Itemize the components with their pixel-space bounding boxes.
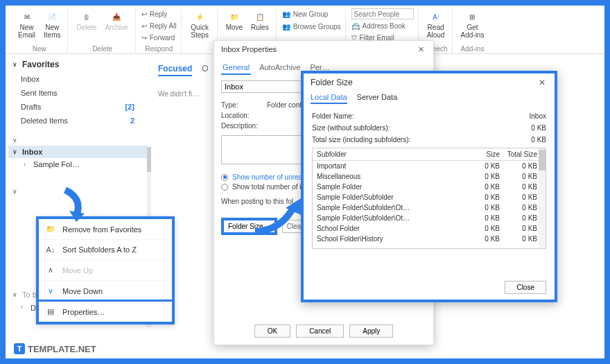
row-total: 0 KB (500, 204, 541, 211)
chevron-right-icon: › (21, 304, 28, 312)
totalsize-value: 0 KB (531, 136, 546, 144)
folder-size-footer: Close (505, 281, 546, 294)
ribbon-group-delete: 🗑 Delete 📥 Archive Delete (69, 8, 135, 53)
table-row[interactable]: School Folder\History0 KB0 KB (313, 234, 546, 244)
table-row[interactable]: Sample Folder0 KB0 KB (313, 182, 546, 192)
move-button[interactable]: 📁Move (223, 8, 245, 33)
new-email-button[interactable]: ✉ New Email (15, 8, 38, 40)
archive-button[interactable]: 📥 Archive (102, 8, 130, 33)
ctx-remove-favorites[interactable]: 📁Remove from Favorites (39, 219, 172, 240)
description-label: Description: (221, 122, 263, 130)
scrollbar-thumb[interactable] (539, 150, 546, 171)
folder-icon: 📁 (46, 225, 55, 234)
table-scrollbar[interactable] (539, 148, 546, 248)
group-new-label: New (33, 44, 46, 53)
rules-icon: 📋 (253, 10, 267, 24)
radio-total-label: Show total number of it… (232, 183, 310, 191)
read-aloud-button[interactable]: A⁾ Read Aloud (424, 8, 448, 40)
folder-size-title: Folder Size (311, 78, 353, 87)
row-total: 0 KB (500, 173, 541, 180)
address-book-label: Address Book (363, 22, 406, 30)
new-group-button[interactable]: 👥New Group (282, 8, 341, 19)
ctx-move-down[interactable]: ∨Move Down (39, 281, 172, 302)
tree-sample-folder[interactable]: ›Sample Fol… (8, 158, 147, 171)
reply-label: Reply (150, 10, 168, 18)
ctx-properties[interactable]: ▤Properties… (37, 300, 174, 324)
context-menu: 📁Remove from Favorites A↓Sort Subfolders… (36, 216, 175, 324)
delete-button[interactable]: 🗑 Delete (73, 8, 99, 33)
chevron-up-icon: ∧ (46, 266, 55, 275)
chevron-down-icon: ∨ (12, 291, 19, 298)
favorite-item[interactable]: Inbox (8, 72, 147, 86)
scrollbar-thumb[interactable] (147, 147, 151, 172)
sample-label: Sample Fol… (33, 160, 80, 168)
chevron-down-icon: ∨ (12, 148, 19, 155)
chevron-down-icon: ∨ (46, 286, 55, 295)
apply-button[interactable]: Apply (349, 324, 393, 338)
tab-local-data[interactable]: Local Data (311, 92, 347, 104)
tree-account-expand[interactable]: ∨ (8, 135, 147, 146)
favorites-label: Favorites (22, 60, 59, 69)
table-row[interactable]: Sample Folder\Subfolder0 KB0 KB (313, 192, 546, 202)
fav-label: Sent Items (21, 89, 58, 97)
ok-button[interactable]: OK (254, 324, 290, 338)
reply-all-icon: ↩ (141, 22, 147, 30)
favorite-item[interactable]: Deleted Items2 (8, 114, 147, 128)
favorite-item[interactable]: Drafts[2] (8, 100, 147, 114)
browse-groups-button[interactable]: 👥Browse Groups (282, 21, 341, 32)
radio-unread-label: Show number of unrea… (232, 173, 309, 181)
delete-label: Delete (76, 24, 96, 31)
watermark-icon: T (14, 343, 25, 354)
favorite-item[interactable]: Sent Items (8, 86, 147, 100)
forward-label: Forward (150, 34, 175, 42)
folder-size-tabs: Local Data Server Data (304, 92, 555, 104)
table-row[interactable]: Sample Folder\Subfolder\Ot…0 KB0 KB (313, 213, 546, 223)
type-label: Type: (221, 101, 263, 109)
tab-other[interactable]: O (202, 64, 208, 76)
rules-button[interactable]: 📋Rules (248, 8, 272, 33)
row-name: Sample Folder\Subfolder\Ot… (317, 214, 465, 222)
get-addins-button[interactable]: ⊞ Get Add-ins (458, 8, 487, 40)
ribbon-group-addins: ⊞ Get Add-ins Add-ins (454, 8, 491, 53)
row-name: Miscellaneous (317, 173, 465, 180)
close-icon[interactable]: ✕ (415, 45, 426, 54)
table-row[interactable]: School Folder0 KB0 KB (313, 223, 546, 234)
group-addins-label: Add-ins (461, 44, 485, 53)
tab-autoarchive[interactable]: AutoArchive (258, 61, 302, 75)
radio-on-icon (221, 174, 228, 181)
tab-server-data[interactable]: Server Data (357, 92, 398, 104)
reply-all-button[interactable]: ↩Reply All (141, 20, 177, 31)
ctx-sort-subfolders[interactable]: A↓Sort Subfolders A to Z (39, 240, 172, 260)
chevron-down-icon: ∨ (12, 61, 19, 68)
tab-general[interactable]: General (221, 61, 251, 75)
tab-focused[interactable]: Focused (158, 64, 192, 76)
new-items-button[interactable]: 📄 New Items (41, 8, 63, 40)
focused-tabs: Focused O (158, 64, 209, 76)
dialog-title: Inbox Properties (221, 45, 277, 54)
inbox-label: Inbox (22, 148, 42, 156)
close-icon[interactable]: ✕ (537, 78, 548, 87)
table-row[interactable]: Miscellaneous0 KB0 KB (313, 171, 546, 182)
reply-all-label: Reply All (150, 22, 177, 30)
row-size: 0 KB (465, 193, 500, 201)
table-row[interactable]: Important0 KB0 KB (313, 161, 546, 171)
close-button[interactable]: Close (505, 281, 546, 294)
size-value: 0 KB (531, 124, 546, 132)
cancel-button[interactable]: Cancel (296, 324, 344, 338)
tree-inbox[interactable]: ∨Inbox (8, 146, 147, 158)
reply-button[interactable]: ↩Reply (141, 8, 177, 19)
folder-size-dialog: Folder Size ✕ Local Data Server Data Fol… (301, 71, 557, 302)
forward-button[interactable]: ↪Forward (141, 32, 177, 43)
quick-steps-button[interactable]: ⚡ Quick Steps (188, 8, 211, 40)
speaker-icon: A⁾ (429, 10, 443, 24)
row-total: 0 KB (500, 183, 541, 191)
new-items-icon: 📄 (45, 10, 59, 24)
row-name: School Folder (317, 225, 465, 232)
envelope-icon: ✉ (20, 10, 34, 24)
favorites-header[interactable]: ∨ Favorites (8, 57, 147, 72)
search-people-input[interactable] (351, 8, 414, 19)
table-row[interactable]: Sample Folder\Subfolder\Ot…0 KB0 KB (313, 202, 546, 213)
addins-icon: ⊞ (465, 10, 479, 24)
read-aloud-label: Read Aloud (427, 24, 445, 39)
address-book-button[interactable]: 📇Address Book (351, 20, 414, 31)
